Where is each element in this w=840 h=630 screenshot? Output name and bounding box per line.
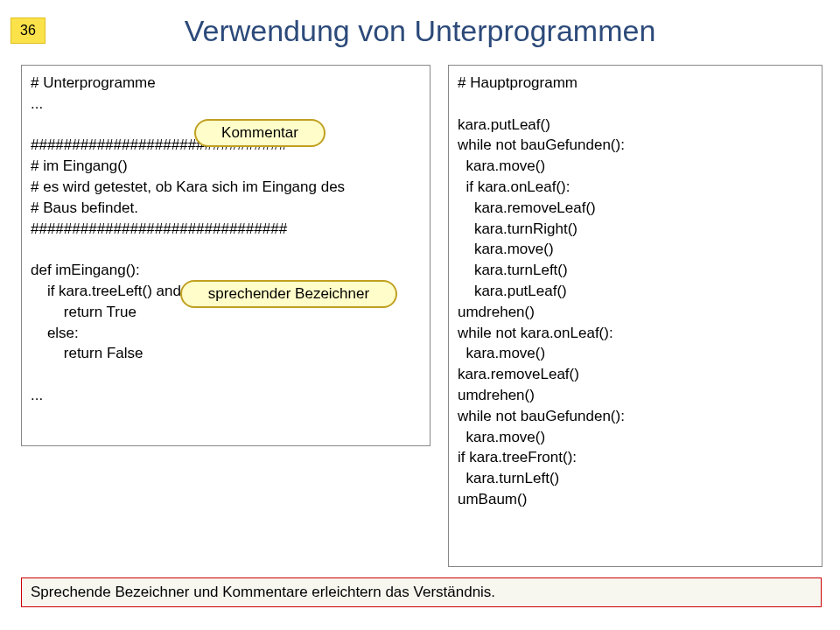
code-box-right: # Hauptprogramm kara.putLeaf() while not… xyxy=(448,65,822,567)
footer-note: Sprechende Bezeichner und Kommentare erl… xyxy=(21,578,822,607)
callout-kommentar: Kommentar xyxy=(194,119,326,147)
callout-bezeichner: sprechender Bezeichner xyxy=(180,280,397,308)
slide-title: Verwendung von Unterprogrammen xyxy=(0,14,840,48)
